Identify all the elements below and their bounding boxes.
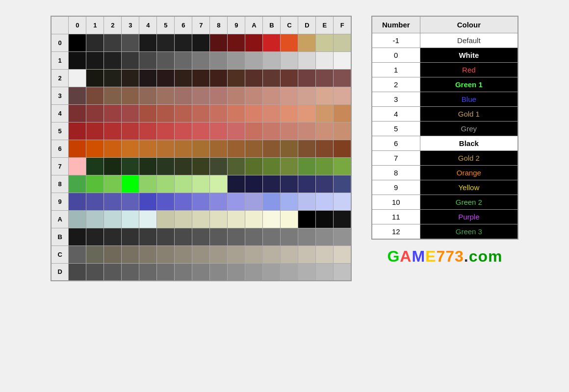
color-cell-2C [281, 69, 298, 87]
color-cell-60 [69, 140, 86, 157]
row-header-B: B [51, 228, 69, 245]
color-cell-CC [281, 245, 298, 263]
color-cell-93 [122, 193, 139, 210]
color-cell-C9 [228, 245, 245, 263]
color-cell-3B [263, 87, 281, 104]
color-cell-6D [298, 140, 316, 157]
color-cell-45 [157, 104, 175, 122]
col-header-E: E [316, 16, 334, 34]
color-cell-72 [104, 157, 122, 175]
col-header-F: F [334, 16, 351, 34]
color-cell-5B [263, 122, 281, 140]
color-cell-1D [298, 51, 316, 69]
color-cell-79 [228, 157, 245, 175]
color-cell-D6 [175, 263, 192, 281]
color-cell-36 [175, 87, 192, 104]
color-cell-54 [139, 122, 157, 140]
text-colour-row-9: 8Orange [372, 166, 518, 180]
game773-logo: GAME773.com [387, 247, 502, 266]
color-cell-9C [281, 193, 298, 210]
color-cell-5E [316, 122, 334, 140]
color-cell-C6 [175, 245, 192, 263]
color-cell-17 [192, 51, 210, 69]
color-cell-94 [139, 193, 157, 210]
color-cell-2E [316, 69, 334, 87]
color-cell-AB [263, 210, 281, 228]
tc-header-colour: Colour [420, 16, 518, 33]
color-cell-98 [210, 193, 228, 210]
tc-colour-3: Green 1 [420, 77, 518, 92]
color-cell-CE [316, 245, 334, 263]
color-cell-3F [334, 87, 351, 104]
col-header-9: 9 [228, 16, 245, 34]
color-cell-A2 [104, 210, 122, 228]
col-header-8: 8 [210, 16, 228, 34]
color-cell-B9 [228, 228, 245, 245]
color-cell-AD [298, 210, 316, 228]
color-cell-99 [228, 193, 245, 210]
text-colour-row-7: 6Black [372, 136, 518, 151]
color-cell-2D [298, 69, 316, 87]
color-cell-53 [122, 122, 139, 140]
color-cell-7F [334, 157, 351, 175]
color-cell-8E [316, 175, 334, 193]
palette-section: 0123456789ABCDEF 0123456789ABCD [51, 10, 352, 286]
col-header-B: B [263, 16, 281, 34]
col-header-C: C [281, 16, 298, 34]
color-cell-6C [281, 140, 298, 157]
color-cell-A5 [157, 210, 175, 228]
col-header-A: A [245, 16, 263, 34]
color-cell-35 [157, 87, 175, 104]
color-cell-B7 [192, 228, 210, 245]
color-cell-7B [263, 157, 281, 175]
color-cell-0D [298, 34, 316, 51]
color-cell-52 [104, 122, 122, 140]
color-cell-39 [228, 87, 245, 104]
row-header-A: A [51, 210, 69, 228]
palette-row-2: 2 [51, 69, 351, 87]
color-cell-D7 [192, 263, 210, 281]
color-cell-DB [263, 263, 281, 281]
color-cell-BB [263, 228, 281, 245]
color-cell-14 [139, 51, 157, 69]
color-cell-A1 [86, 210, 104, 228]
text-colour-row-0: -1Default [372, 33, 518, 48]
color-cell-55 [157, 122, 175, 140]
color-cell-A4 [139, 210, 157, 228]
palette-row-D: D [51, 263, 351, 281]
color-cell-AA [245, 210, 263, 228]
color-cell-06 [175, 34, 192, 51]
color-cell-6A [245, 140, 263, 157]
color-cell-CA [245, 245, 263, 263]
palette-row-4: 4 [51, 104, 351, 122]
color-cell-83 [122, 175, 139, 193]
color-cell-90 [69, 193, 86, 210]
color-cell-50 [69, 122, 86, 140]
color-cell-BE [316, 228, 334, 245]
color-cell-75 [157, 157, 175, 175]
color-cell-C7 [192, 245, 210, 263]
color-cell-AC [281, 210, 298, 228]
row-header-C: C [51, 245, 69, 263]
color-cell-3C [281, 87, 298, 104]
tc-number-0: -1 [372, 33, 420, 48]
color-cell-B1 [86, 228, 104, 245]
color-cell-BF [334, 228, 351, 245]
main-container: 0123456789ABCDEF 0123456789ABCD Number C… [10, 10, 559, 286]
color-cell-27 [192, 69, 210, 87]
color-cell-10 [69, 51, 86, 69]
color-cell-71 [86, 157, 104, 175]
tc-header-number: Number [372, 16, 420, 33]
color-cell-21 [86, 69, 104, 87]
color-cell-11 [86, 51, 104, 69]
color-cell-80 [69, 175, 86, 193]
color-cell-38 [210, 87, 228, 104]
color-cell-25 [157, 69, 175, 87]
text-colour-row-2: 1Red [372, 63, 518, 77]
color-cell-A9 [228, 210, 245, 228]
tc-number-10: 9 [372, 180, 420, 195]
color-cell-6B [263, 140, 281, 157]
color-cell-A6 [175, 210, 192, 228]
text-colour-row-10: 9Yellow [372, 180, 518, 195]
color-cell-B5 [157, 228, 175, 245]
